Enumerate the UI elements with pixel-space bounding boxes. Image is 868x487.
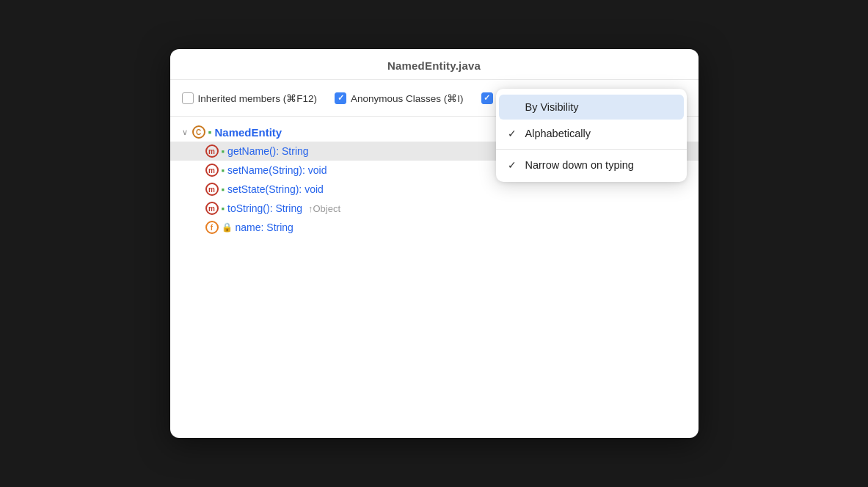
class-badge-c: C — [192, 125, 205, 139]
member-badge-f: f — [205, 221, 219, 234]
access-icon: ▪ — [222, 146, 225, 157]
menu-item-by-visibility[interactable]: By Visibility — [499, 95, 684, 120]
main-window: NamedEntity.java Inherited members (⌘F12… — [170, 49, 699, 438]
checkmark-icon — [508, 101, 519, 113]
access-icon: ▪ — [222, 203, 225, 214]
inherited-checkbox-box — [182, 92, 194, 104]
tree-row[interactable]: f 🔒 name: String — [170, 218, 699, 237]
title-bar: NamedEntity.java — [170, 49, 699, 80]
access-icon: ▪ — [222, 165, 225, 176]
lock-icon: 🔒 — [222, 222, 233, 232]
checkmark-icon: ✓ — [508, 159, 519, 171]
member-badge-m: m — [205, 164, 219, 177]
tree-row[interactable]: m ▪ setState(String): void — [170, 180, 699, 199]
parent-ref: ↑Object — [308, 203, 340, 214]
anonymous-checkbox-box — [335, 92, 346, 104]
lambdas-checkbox-box — [481, 92, 493, 104]
member-name: getName(): String — [227, 145, 308, 157]
checkmark-icon: ✓ — [508, 128, 519, 139]
anonymous-classes-checkbox[interactable]: Anonymous Classes (⌘I) — [335, 92, 464, 104]
access-icon: ▪ — [222, 184, 225, 195]
menu-item-label: By Visibility — [525, 101, 579, 113]
menu-item-label: Alphabetically — [525, 128, 591, 139]
member-name: name: String — [236, 221, 293, 233]
member-badge-m: m — [205, 144, 219, 158]
member-name: setState(String): void — [227, 183, 324, 195]
menu-item-alphabetically[interactable]: ✓ Alphabetically — [496, 121, 687, 146]
menu-divider — [496, 149, 687, 150]
menu-item-label: Narrow down on typing — [525, 159, 634, 171]
root-class-name: NamedEntity — [214, 126, 282, 139]
member-badge-m: m — [205, 202, 219, 215]
access-icon-root: ▪ — [208, 126, 212, 138]
inherited-label: Inherited members (⌘F12) — [198, 92, 318, 104]
member-badge-m: m — [205, 183, 219, 196]
window-title: NamedEntity.java — [182, 59, 687, 72]
menu-item-narrow-down[interactable]: ✓ Narrow down on typing — [496, 153, 687, 177]
inherited-members-checkbox[interactable]: Inherited members (⌘F12) — [182, 92, 318, 104]
member-name: setName(String): void — [227, 164, 327, 176]
anonymous-label: Anonymous Classes (⌘I) — [351, 92, 464, 104]
tree-row[interactable]: m ▪ toString(): String ↑Object — [170, 199, 699, 218]
dropdown-menu: By Visibility ✓ Alphabetically ✓ Narrow … — [496, 89, 687, 182]
member-name: toString(): String — [227, 202, 305, 214]
chevron-icon: ∨ — [182, 128, 188, 137]
